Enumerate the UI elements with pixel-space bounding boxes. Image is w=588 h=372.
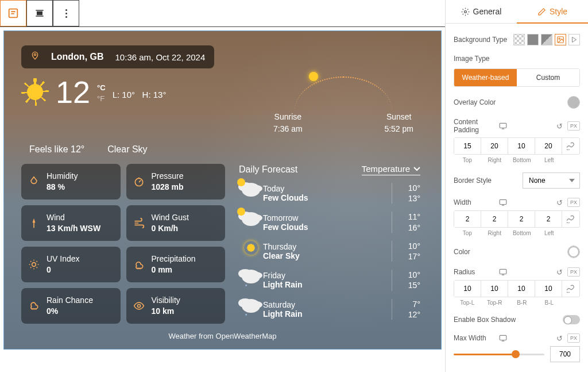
padding-unit[interactable]: PX — [567, 121, 580, 131]
width-right[interactable] — [481, 211, 508, 227]
metric-gust: Wind Gust0 Km/h — [126, 205, 226, 241]
metric-wind: Wind13 Km/h WSW — [21, 205, 121, 241]
padding-right[interactable] — [481, 138, 508, 154]
border-style-label: Border Style — [454, 177, 518, 185]
condition-text: Clear Sky — [107, 144, 147, 155]
link-icon — [567, 285, 575, 293]
current-temp: 12 — [56, 76, 90, 108]
humidity-icon — [28, 176, 40, 187]
radius-unit[interactable]: PX — [567, 267, 580, 277]
reset-radius[interactable]: ↺ — [556, 268, 563, 277]
forecast-lo: 15° — [398, 280, 420, 290]
radius-tl[interactable] — [454, 281, 481, 297]
tab-general-label: General — [473, 7, 502, 16]
style-sidebar: General Style Background Type Image Type… — [446, 0, 588, 372]
width-unit[interactable]: PX — [567, 198, 580, 207]
radius-tr[interactable] — [481, 281, 508, 297]
metric-label: Rain Chance — [47, 295, 93, 306]
width-bottom[interactable] — [508, 211, 535, 227]
weather-widget[interactable]: London, GB 10:36 am, Oct 22, 2024 12 °C … — [3, 30, 442, 350]
forecast-day: Tomorrow — [263, 213, 298, 223]
desktop-icon[interactable] — [499, 334, 507, 342]
padding-top[interactable] — [454, 138, 481, 154]
metric-label: Wind — [47, 212, 100, 223]
overlay-color-picker[interactable] — [567, 96, 580, 109]
padding-left[interactable] — [535, 138, 562, 154]
play-icon — [571, 36, 578, 43]
forecast-lo: 12° — [398, 309, 420, 320]
width-top[interactable] — [454, 211, 481, 227]
link-width-button[interactable] — [562, 211, 579, 227]
svg-marker-9 — [572, 37, 577, 43]
reset-maxwidth[interactable]: ↺ — [556, 334, 563, 343]
editor-canvas: London, GB 10:36 am, Oct 22, 2024 12 °C … — [0, 0, 446, 372]
forecast-icon — [239, 241, 263, 262]
desktop-icon[interactable] — [499, 268, 507, 276]
link-padding-button[interactable] — [562, 138, 579, 154]
max-width-input[interactable] — [550, 346, 580, 362]
label-br: B-R — [508, 300, 536, 306]
forecast-lo: 13° — [398, 193, 420, 204]
label-bottom: Bottom — [508, 230, 536, 236]
link-radius-button[interactable] — [562, 281, 579, 297]
more-options-button[interactable] — [53, 0, 79, 26]
unit-toggle[interactable]: °C °F — [97, 83, 106, 103]
tab-general[interactable]: General — [446, 0, 517, 23]
width-left[interactable] — [535, 211, 562, 227]
temp-high: H: 13° — [142, 90, 167, 99]
radius-br[interactable] — [508, 281, 535, 297]
bg-type-video[interactable] — [568, 34, 580, 45]
rain-icon — [28, 300, 40, 312]
forecast-row: TomorrowFew Clouds11°16° — [235, 208, 424, 236]
bg-type-options — [513, 34, 580, 45]
forecast-lo: 16° — [398, 223, 420, 233]
sunrise-time: 7:36 am — [273, 123, 303, 135]
max-width-slider[interactable] — [454, 354, 544, 355]
sunrise-label: Sunrise — [273, 111, 303, 123]
bg-type-label: Background Type — [454, 36, 509, 44]
border-color-picker[interactable] — [567, 246, 580, 258]
image-type-custom[interactable]: Custom — [517, 69, 579, 86]
reset-width[interactable]: ↺ — [556, 198, 563, 207]
radius-bl[interactable] — [535, 281, 562, 297]
sidebar-tabs: General Style — [446, 0, 588, 24]
metric-value: 88 % — [47, 182, 78, 193]
location-datetime: 10:36 am, Oct 22, 2024 — [115, 52, 206, 62]
reset-padding[interactable]: ↺ — [556, 122, 563, 131]
box-shadow-toggle[interactable] — [563, 315, 580, 324]
align-button[interactable] — [26, 0, 53, 26]
forecast-hi: 10° — [398, 183, 420, 193]
label-left: Left — [536, 230, 563, 236]
forecast-day: Thursday — [263, 242, 296, 251]
desktop-icon[interactable] — [499, 198, 507, 206]
max-width-label: Max Width — [454, 334, 494, 342]
svg-point-8 — [559, 38, 560, 39]
maxwidth-unit[interactable]: PX — [567, 333, 580, 343]
desktop-icon[interactable] — [499, 122, 507, 130]
visibility-icon — [133, 300, 145, 312]
image-type-weather[interactable]: Weather-based — [454, 69, 517, 86]
unit-fahrenheit[interactable]: °F — [97, 94, 106, 103]
tab-style[interactable]: Style — [517, 0, 588, 23]
label-bl: B-L — [536, 300, 563, 306]
forecast-icon — [239, 299, 263, 320]
border-style-select[interactable]: None — [523, 172, 580, 189]
bg-type-image[interactable] — [555, 34, 566, 45]
forecast-hi: 10° — [398, 270, 420, 280]
bg-type-color[interactable] — [527, 34, 539, 45]
forecast-hi: 11° — [398, 212, 420, 222]
unit-celsius[interactable]: °C — [97, 83, 106, 92]
image-icon — [556, 36, 564, 44]
forecast-icon — [239, 212, 263, 233]
block-type-button[interactable] — [0, 0, 26, 26]
forecast-cond: Few Clouds — [263, 193, 392, 202]
uv-icon — [28, 259, 40, 270]
bg-type-none[interactable] — [513, 34, 525, 45]
link-icon — [567, 142, 575, 150]
svg-point-2 — [34, 53, 36, 55]
forecast-lo: 17° — [398, 251, 420, 262]
padding-bottom[interactable] — [508, 138, 535, 154]
bg-type-gradient[interactable] — [541, 34, 552, 45]
forecast-selector[interactable]: Temperature — [362, 164, 420, 175]
svg-rect-10 — [500, 123, 506, 128]
